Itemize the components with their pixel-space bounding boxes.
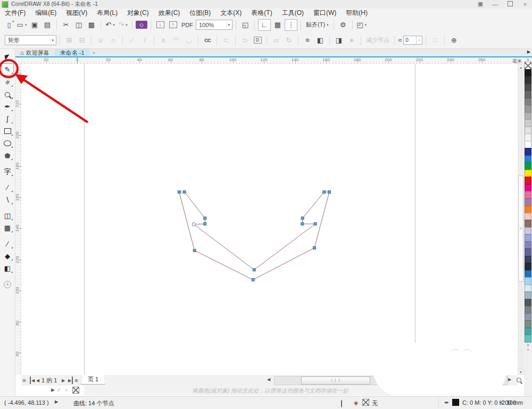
reflect-vertical-icon[interactable]: ◨ [333, 35, 345, 46]
shape-preset-combo[interactable]: 矩形▾ [5, 35, 56, 45]
extract-subpath-icon[interactable]: ⊃ [239, 35, 251, 46]
close-curve-icon[interactable]: D [252, 35, 263, 46]
palette-swatch[interactable] [525, 306, 531, 314]
menu-item[interactable]: 文件(F) [0, 9, 30, 18]
smooth-node-icon[interactable]: ◠ [170, 35, 182, 46]
menu-item[interactable]: 工具(O) [277, 9, 309, 18]
break-curve-icon[interactable]: ∩ [107, 35, 119, 46]
app-launcher-icon[interactable]: ◰ [356, 20, 368, 30]
palette-swatch[interactable] [525, 84, 531, 91]
menu-item[interactable]: 视图(V) [61, 9, 92, 18]
palette-swatch[interactable] [525, 105, 531, 113]
palette-swatch[interactable] [525, 170, 531, 178]
tab-document[interactable]: 未命名 -1 [55, 49, 90, 56]
palette-swatch[interactable] [525, 76, 531, 84]
palette-swatch[interactable] [525, 162, 531, 170]
palette-swatch[interactable] [525, 213, 531, 221]
convert-to-line-icon[interactable]: ∕ [126, 35, 138, 46]
palette-swatch[interactable] [525, 291, 531, 299]
curve-node[interactable] [313, 247, 316, 249]
minimize-button[interactable]: — [492, 1, 499, 7]
interactive-fill-tool[interactable]: ◆ [2, 251, 13, 262]
palette-swatch[interactable] [525, 69, 531, 77]
chevron-down-icon[interactable]: ▾ [226, 22, 231, 28]
reverse-direction-icon[interactable]: CC [202, 35, 213, 46]
scroll-down-icon[interactable]: ▼ [518, 369, 524, 375]
ellipse-tool[interactable] [2, 138, 13, 149]
curve-node[interactable] [183, 191, 186, 194]
no-color-well[interactable] [72, 387, 79, 394]
palette-swatch[interactable] [525, 119, 531, 127]
add-node-icon[interactable]: ⊞ [63, 35, 75, 46]
import-icon[interactable]: ↓ [154, 20, 166, 30]
curve-node[interactable] [323, 191, 326, 194]
palette-swatch[interactable] [525, 133, 531, 141]
select-all-nodes-icon[interactable]: ∷ [429, 35, 441, 46]
paste-icon[interactable]: ▩ [86, 20, 97, 30]
menu-item[interactable]: 位图(B) [185, 9, 215, 18]
extend-curve-close-icon[interactable]: ⊂ [220, 35, 232, 46]
crop-tool[interactable]: # [2, 77, 13, 88]
palette-swatch[interactable] [525, 313, 531, 321]
snap-to-dropdown[interactable]: 贴齐(T) [304, 20, 330, 30]
copy-icon[interactable]: ◫ [73, 20, 85, 30]
print-icon[interactable]: ▤ [41, 20, 53, 30]
zoom-tool[interactable] [2, 89, 13, 100]
add-page-start-icon[interactable]: ⊞ [22, 377, 26, 384]
rotate-nodes-icon[interactable]: ↻ [283, 35, 295, 46]
palette-swatch[interactable] [525, 241, 531, 249]
add-tool-icon[interactable]: ⊕ [448, 35, 460, 46]
palette-swatch[interactable] [525, 90, 531, 98]
artistic-media-tool[interactable]: ∫ [2, 113, 13, 124]
vertical-scroll-thumb[interactable] [518, 176, 523, 282]
save-icon[interactable]: ▣ [29, 20, 40, 30]
smart-fill-tool[interactable]: ◧ [2, 263, 13, 274]
reflect-horizontal-icon[interactable]: ◧ [314, 35, 326, 46]
tab-scroll-right-icon[interactable]: ▶ [527, 49, 530, 54]
collapse-icon[interactable]: ‹ [65, 387, 67, 393]
curve-object[interactable] [21, 64, 518, 375]
maximize-button[interactable] [506, 1, 514, 7]
open-icon[interactable]: ▭ [16, 20, 28, 30]
no-color-swatch[interactable] [525, 62, 531, 70]
curve-node[interactable] [301, 217, 304, 220]
palette-swatch[interactable] [525, 198, 531, 206]
palette-swatch[interactable] [525, 127, 531, 135]
palette-swatch[interactable] [525, 177, 531, 185]
tab-welcome-screen[interactable]: ⌂ 欢迎屏幕 [15, 49, 55, 56]
reduce-nodes-button[interactable]: 减少节点 [364, 35, 391, 46]
palette-swatch[interactable] [525, 256, 531, 264]
palette-swatch[interactable] [525, 285, 531, 293]
palette-swatch[interactable] [525, 205, 531, 213]
curve-node[interactable] [252, 279, 254, 281]
palette-swatch[interactable] [525, 98, 531, 106]
curve-smoothness[interactable]: ≈0+ [398, 35, 422, 46]
shape-tool[interactable]: ✎ [1, 63, 14, 76]
color-eyedropper-tool[interactable]: ⁄ [2, 238, 13, 249]
stretch-nodes-icon[interactable]: ▱ [270, 35, 282, 46]
palette-expand-icon[interactable]: » [527, 347, 529, 352]
curve-node[interactable] [178, 191, 180, 194]
menu-item[interactable]: 效果(C) [154, 9, 185, 18]
join-nodes-icon[interactable]: ∪ [95, 35, 106, 46]
previous-page-icon[interactable]: ◀ [36, 377, 39, 384]
delete-node-icon[interactable]: ⊟ [76, 35, 88, 46]
palette-swatch[interactable] [525, 141, 531, 149]
redo-icon[interactable]: ↷ [117, 20, 129, 30]
drop-shadow-tool[interactable]: ◫ [2, 210, 13, 221]
menu-item[interactable]: 对象(C) [122, 9, 154, 18]
horizontal-scroll-thumb[interactable]: ❘❘❘ [301, 377, 370, 385]
palette-swatch[interactable] [525, 263, 531, 271]
curve-node[interactable] [204, 223, 206, 226]
curve-node[interactable] [253, 269, 255, 271]
polygon-tool[interactable] [2, 150, 13, 161]
options-gear-icon[interactable]: ⚙ [337, 20, 349, 30]
palette-swatch[interactable] [525, 227, 531, 235]
convert-to-curve-icon[interactable]: ≀ [139, 35, 151, 46]
scroll-up-icon[interactable]: ▲ [518, 64, 524, 70]
menu-item[interactable]: 布局(L) [92, 9, 122, 18]
curve-node[interactable] [301, 223, 304, 226]
palette-swatch[interactable] [525, 220, 531, 228]
status-flyout-icon[interactable]: ▶ [55, 399, 58, 404]
close-button[interactable]: × [521, 1, 529, 7]
